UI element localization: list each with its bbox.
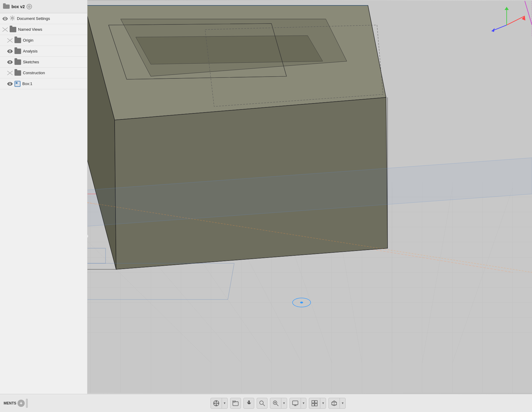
folder-icon: [3, 3, 10, 10]
svg-rect-109: [315, 404, 317, 406]
zoom-dropdown-btn[interactable]: ▼: [270, 398, 287, 409]
svg-point-96: [260, 401, 263, 404]
folder-icon-construction: [14, 70, 21, 76]
svg-rect-93: [233, 402, 238, 406]
sidebar-item-sketches[interactable]: Sketches: [0, 57, 87, 68]
no-eye-icon-named-views: [2, 27, 8, 32]
toolbar-center-section: ▼: [28, 398, 528, 409]
svg-rect-102: [293, 401, 298, 405]
record-button[interactable]: [27, 4, 32, 9]
svg-rect-78: [3, 3, 6, 5]
document-header: box v2: [0, 0, 87, 13]
component-icon-box1: [14, 81, 21, 87]
eye-icon-box1: [7, 81, 13, 87]
sidebar-item-box1[interactable]: Box:1: [0, 78, 87, 89]
svg-line-97: [263, 404, 265, 406]
ments-label: MENTS: [4, 401, 16, 405]
box1-label: Box:1: [22, 81, 32, 86]
add-button[interactable]: +: [17, 400, 25, 407]
svg-point-79: [11, 17, 13, 19]
svg-rect-107: [315, 401, 317, 403]
folder-icon-named-views: [10, 27, 16, 32]
origin-label: Origin: [23, 38, 33, 43]
svg-rect-106: [312, 401, 314, 403]
zoom-fit-btn[interactable]: [257, 398, 268, 409]
eye-icon-sketches: [7, 59, 13, 65]
sidebar-items-list: Document Settings Named Views Orig: [0, 13, 87, 89]
move-tool-btn[interactable]: ▼: [211, 398, 228, 409]
document-title: box v2: [11, 4, 25, 9]
document-settings-label: Document Settings: [17, 16, 50, 21]
bottom-toolbar: MENTS + ▼: [0, 394, 532, 412]
named-views-label: Named Views: [18, 27, 42, 32]
eye-icon-analysis: [7, 49, 13, 54]
no-eye-icon-construction: [7, 70, 13, 76]
folder-icon-sketches: [14, 59, 21, 65]
svg-rect-77: [3, 5, 10, 9]
sidebar-item-origin[interactable]: Origin: [0, 35, 87, 46]
view-cube-btn[interactable]: ▼: [328, 398, 346, 409]
analysis-label: Analysis: [23, 49, 37, 53]
svg-marker-42: [136, 36, 323, 64]
save-tool-btn[interactable]: [230, 398, 241, 409]
no-eye-icon-origin: [7, 38, 13, 43]
sidebar-item-document-settings[interactable]: Document Settings: [0, 13, 87, 24]
svg-point-58: [300, 302, 303, 303]
sketches-label: Sketches: [23, 60, 39, 64]
sidebar-panel: box v2 Document Settings: [0, 0, 87, 394]
svg-rect-108: [312, 404, 314, 406]
construction-label: Construction: [23, 71, 45, 75]
toolbar-left-section: MENTS +: [4, 399, 28, 408]
sidebar-item-analysis[interactable]: Analysis: [0, 46, 87, 57]
pan-tool-btn[interactable]: [243, 398, 254, 409]
visibility-icon-settings: [2, 16, 8, 21]
sidebar-item-named-views[interactable]: Named Views: [0, 24, 87, 35]
gear-icon: [10, 15, 15, 22]
folder-icon-origin: [14, 38, 21, 43]
grid-btn[interactable]: ▼: [309, 398, 326, 409]
svg-line-99: [277, 404, 278, 406]
display-mode-btn[interactable]: ▼: [290, 398, 307, 409]
folder-icon-analysis: [14, 49, 21, 54]
sidebar-item-construction[interactable]: Construction: [0, 68, 87, 78]
